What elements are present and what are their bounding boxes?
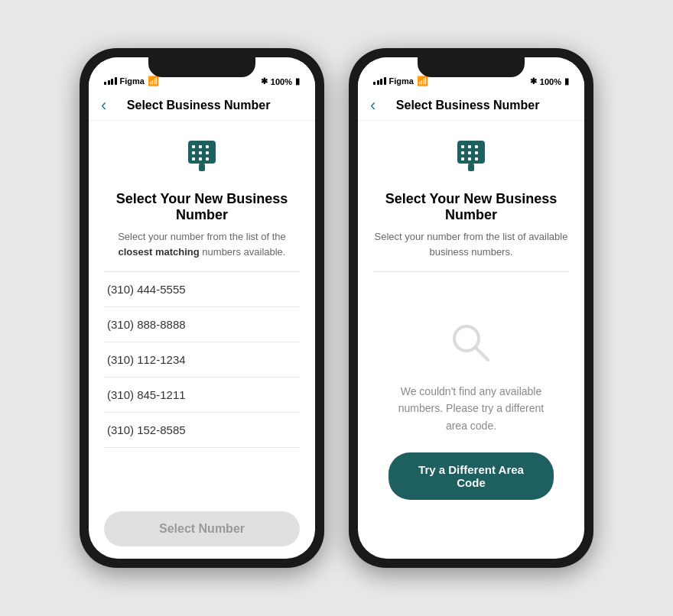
svg-rect-1 — [192, 145, 195, 148]
number-item-1[interactable]: (310) 444-5555 — [104, 272, 300, 307]
left-back-button[interactable]: ‹ — [101, 97, 112, 114]
right-back-button[interactable]: ‹ — [370, 97, 382, 114]
list-fade-overlay — [104, 468, 300, 499]
left-nav-title: Select Business Number — [112, 99, 284, 112]
right-wifi-icon: 📶 — [417, 76, 428, 86]
subtitle-bold: closest matching — [119, 246, 200, 258]
signal-icon — [104, 77, 117, 85]
phone-icon — [180, 136, 223, 182]
left-carrier-area: Figma 📶 — [104, 76, 159, 86]
notch — [148, 57, 255, 77]
battery-label: 100% — [271, 77, 292, 86]
right-screen-title: Select Your New Business Number — [373, 191, 569, 223]
number-item-2[interactable]: (310) 888-8888 — [104, 307, 300, 342]
svg-rect-15 — [461, 151, 464, 154]
left-screen-subtitle: Select your number from the list of the … — [104, 229, 300, 259]
right-status-bar: Figma 📶 ✱ 100% ▮ — [358, 57, 584, 91]
svg-rect-6 — [206, 151, 209, 154]
left-battery-area: ✱ 100% ▮ — [261, 76, 300, 86]
svg-rect-7 — [192, 157, 195, 160]
left-nav-bar: ‹ Select Business Number — [89, 91, 315, 121]
svg-rect-12 — [461, 145, 464, 148]
svg-rect-14 — [475, 145, 478, 148]
right-phone-screen: Figma 📶 ✱ 100% ▮ ‹ Select Business Numbe… — [358, 57, 584, 559]
right-carrier-label: Figma — [389, 76, 414, 86]
right-screen-subtitle: Select your number from the list of avai… — [373, 229, 569, 259]
left-content: Select Your New Business Number Select y… — [89, 121, 315, 559]
right-bluetooth-icon: ✱ — [530, 76, 537, 86]
left-status-bar: Figma 📶 ✱ 100% ▮ — [89, 57, 315, 91]
svg-rect-10 — [199, 164, 205, 171]
bluetooth-icon: ✱ — [261, 76, 268, 86]
search-icon — [447, 319, 496, 371]
svg-rect-4 — [192, 151, 195, 154]
right-phone-frame: Figma 📶 ✱ 100% ▮ ‹ Select Business Numbe… — [349, 48, 593, 568]
svg-rect-21 — [468, 164, 474, 171]
right-nav-bar: ‹ Select Business Number — [358, 91, 584, 121]
left-screen-title: Select Your New Business Number — [104, 191, 300, 223]
carrier-label: Figma — [120, 76, 145, 86]
battery-icon: ▮ — [295, 76, 300, 86]
right-notch — [418, 57, 525, 77]
select-number-button[interactable]: Select Number — [104, 511, 300, 546]
right-phone-icon — [450, 136, 493, 182]
right-battery-icon: ▮ — [564, 76, 569, 86]
right-content: Select Your New Business Number Select y… — [358, 121, 584, 559]
empty-state: We couldn't find any available numbers. … — [373, 272, 569, 546]
svg-rect-8 — [199, 157, 202, 160]
svg-rect-20 — [475, 157, 478, 160]
svg-rect-19 — [468, 157, 471, 160]
svg-rect-18 — [461, 157, 464, 160]
number-item-4[interactable]: (310) 845-1211 — [104, 378, 300, 413]
empty-message: We couldn't find any available numbers. … — [389, 383, 554, 434]
right-signal-icon — [373, 77, 386, 85]
right-battery-label: 100% — [540, 77, 561, 86]
left-phone-screen: Figma 📶 ✱ 100% ▮ ‹ Select Business Numbe… — [89, 57, 315, 559]
left-phone-frame: Figma 📶 ✱ 100% ▮ ‹ Select Business Numbe… — [80, 48, 324, 568]
number-item-3[interactable]: (310) 112-1234 — [104, 342, 300, 378]
number-list: (310) 444-5555 (310) 888-8888 (310) 112-… — [104, 271, 300, 499]
svg-rect-5 — [199, 151, 202, 154]
svg-rect-13 — [468, 145, 471, 148]
svg-rect-3 — [206, 145, 209, 148]
right-nav-title: Select Business Number — [382, 99, 554, 112]
svg-line-23 — [476, 348, 488, 360]
svg-rect-17 — [475, 151, 478, 154]
svg-rect-16 — [468, 151, 471, 154]
svg-rect-2 — [199, 145, 202, 148]
right-battery-area: ✱ 100% ▮ — [530, 76, 569, 86]
svg-rect-9 — [206, 157, 209, 160]
right-carrier-area: Figma 📶 — [373, 76, 428, 86]
number-item-5[interactable]: (310) 152-8585 — [104, 413, 300, 448]
wifi-icon: 📶 — [148, 76, 159, 86]
try-different-area-code-button[interactable]: Try a Different Area Code — [389, 452, 554, 500]
